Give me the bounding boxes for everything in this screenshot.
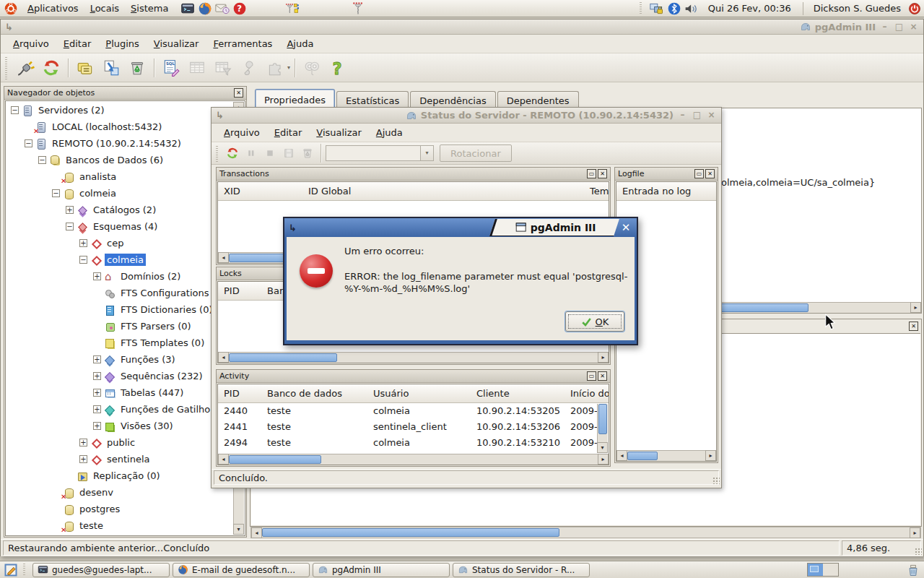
activity-row[interactable]: 2494testecolmeia10.90.2.14:532102009- [218, 435, 597, 451]
distro-menu-icon[interactable] [3, 1, 19, 17]
tray-app-icon[interactable] [350, 1, 366, 17]
tree-item-funcoes-de-gatilho-1[interactable]: +Funções de Gatilho (1) [6, 401, 233, 418]
tree-item-servidores-2[interactable]: −Servidores (2) [6, 102, 233, 118]
activity-row[interactable]: 2440testecolmeia10.90.2.14:532052009- [218, 403, 597, 419]
tree-expander-icon[interactable]: + [93, 389, 101, 397]
tree-item-fts-configurations-0[interactable]: FTS Configurations (0) [6, 285, 233, 301]
scroll-left-icon[interactable]: ◂ [218, 352, 229, 363]
query-tool-icon[interactable]: SQL [159, 56, 183, 80]
scroll-thumb[interactable] [627, 452, 658, 460]
scroll-thumb[interactable] [598, 404, 607, 434]
activity-row[interactable]: 2441testesentinela_client10.90.2.14:5320… [218, 419, 597, 435]
filtered-view-icon[interactable] [211, 56, 235, 80]
tree-item-dominios-2[interactable]: +Domínios (2) [6, 268, 233, 285]
tree-expander-icon[interactable]: − [25, 139, 32, 147]
panel-close-icon[interactable]: ✕ [909, 322, 918, 331]
tree-expander-icon[interactable]: + [93, 422, 101, 430]
maintenance-icon[interactable] [237, 56, 261, 80]
tree-item-analista[interactable]: ✕analista [6, 168, 233, 185]
scroll-down-icon[interactable]: ▾ [597, 442, 608, 453]
panel-menu-locais[interactable]: Locais [84, 1, 125, 15]
save-icon[interactable] [280, 144, 297, 162]
tree-item-remoto-10-90-2-14-5432[interactable]: −REMOTO (10.90.2.14:5432) [6, 135, 233, 152]
locks-hscrollbar[interactable]: ◂ ▸ [218, 352, 609, 363]
scroll-thumb[interactable] [229, 455, 321, 464]
resize-grip[interactable] [915, 548, 922, 555]
scroll-right-icon[interactable]: ▸ [598, 454, 609, 465]
close-icon[interactable]: ✕ [619, 220, 633, 235]
scroll-thumb[interactable] [229, 353, 337, 362]
tree-item-funcoes-3[interactable]: +Funções (3) [6, 351, 233, 368]
tree-item-colmeia[interactable]: −colmeia [6, 185, 233, 202]
scroll-left-icon[interactable]: ◂ [616, 450, 627, 461]
delete-icon[interactable] [299, 144, 316, 162]
menu-arquivo[interactable]: Arquivo [217, 125, 266, 140]
panel-restore-icon[interactable]: ▭ [587, 169, 596, 178]
close-button[interactable]: × [706, 110, 717, 121]
maximize-button[interactable]: □ [692, 110, 702, 121]
taskbar-window-pgadmin-iii[interactable]: pgAdmin III [313, 563, 450, 577]
menu-arquivo[interactable]: Arquivo [6, 36, 56, 51]
tree-expander-icon[interactable]: − [38, 156, 46, 164]
tree-expander-icon[interactable]: + [79, 239, 87, 247]
activity-caption[interactable]: Activity ▭✕ [217, 370, 610, 383]
tree-item-fts-dictionaries-0[interactable]: FTS Dictionaries (0) [6, 301, 233, 318]
tree-item-replicacao-0[interactable]: Replicação (0) [6, 467, 233, 484]
taskbar-grip[interactable] [23, 564, 28, 575]
panel-close-icon[interactable]: ✕ [598, 371, 607, 381]
tree-item-colmeia[interactable]: −colmeia [6, 251, 233, 268]
tree-expander-icon[interactable]: + [79, 439, 87, 447]
mail-icon[interactable] [214, 1, 230, 17]
minimize-button[interactable]: – [677, 110, 688, 121]
tree-expander-icon[interactable]: − [66, 223, 74, 230]
tree-expander-icon[interactable]: + [93, 405, 101, 413]
minimize-button[interactable]: – [879, 22, 890, 33]
taskbar-window-e-mail-de-guedesoft-n[interactable]: E-mail de guedesoft.n... [173, 563, 310, 577]
tree-item-cep[interactable]: +cep [6, 235, 233, 251]
menu-plugins[interactable]: Plugins [99, 36, 146, 51]
maximize-button[interactable]: □ [894, 22, 905, 33]
panel-close-icon[interactable]: ✕ [234, 88, 243, 98]
refresh-icon[interactable] [224, 144, 241, 162]
dialog-titlebar[interactable]: ↳ pgAdmin III ✕ [284, 218, 637, 237]
user-menu[interactable]: Dickson S. Guedes [809, 3, 905, 14]
menu-ferramentas[interactable]: Ferramentas [206, 36, 279, 51]
tree-expander-icon[interactable]: + [93, 372, 101, 380]
tree-item-esquemas-4[interactable]: −Esquemas (4) [6, 218, 233, 235]
chevron-down-icon[interactable]: ▾ [420, 146, 433, 160]
main-titlebar[interactable]: ↳ pgAdmin III – □ × [1, 20, 923, 35]
tray-app-icon[interactable] [281, 1, 302, 17]
refresh-interval-combo[interactable]: ▾ [326, 145, 434, 161]
clock[interactable]: Qui 26 Fev, 00:36 [702, 3, 797, 14]
scroll-left-icon[interactable]: ◂ [251, 527, 262, 538]
object-properties-icon[interactable] [73, 56, 97, 80]
network-icon[interactable] [649, 1, 665, 17]
menu-visualizar[interactable]: Visualizar [147, 36, 206, 51]
firefox-icon[interactable] [197, 1, 213, 17]
menu-editar[interactable]: Editar [268, 125, 309, 140]
tree-item-fts-parsers-0[interactable]: FTS Parsers (0) [6, 318, 233, 335]
tree-expander-icon[interactable]: + [93, 272, 101, 280]
tree-expander-icon[interactable]: − [52, 189, 60, 197]
rotate-log-button[interactable]: Rotacionar [440, 144, 512, 162]
help-badge-icon[interactable]: ? [232, 1, 248, 17]
activity-hscrollbar[interactable]: ◂ ▸ [218, 454, 609, 465]
scroll-down-icon[interactable]: ▾ [233, 524, 244, 535]
transactions-caption[interactable]: Transactions ▭✕ [217, 168, 610, 181]
tree-item-local-localhost-5432[interactable]: ✕LOCAL (localhost:5432) [6, 118, 233, 135]
delete-icon[interactable] [125, 56, 149, 80]
close-button[interactable]: × [908, 22, 919, 33]
main-scroll-thumb[interactable] [262, 528, 559, 537]
tree-expander-icon[interactable]: − [11, 106, 19, 114]
hints-icon[interactable] [300, 56, 324, 80]
workspace-1[interactable] [808, 564, 823, 576]
workspace-2[interactable] [823, 564, 838, 576]
toolbar-grip[interactable] [216, 144, 221, 162]
ok-button[interactable]: OK [565, 311, 624, 332]
activity-vscrollbar[interactable]: ▾ [597, 404, 608, 453]
pause-icon[interactable] [243, 144, 260, 162]
scroll-right-icon[interactable]: ▸ [705, 450, 716, 461]
tree-expander-icon[interactable]: − [79, 256, 87, 264]
scroll-right-icon[interactable]: ▸ [910, 527, 920, 538]
volume-icon[interactable] [684, 1, 699, 17]
